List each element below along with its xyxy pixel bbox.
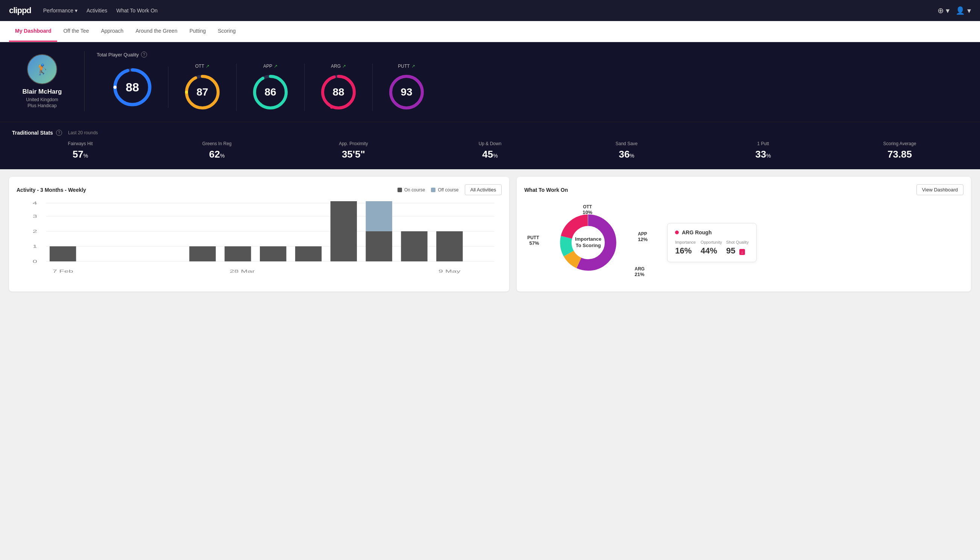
app-circle: 86 <box>251 73 289 111</box>
nav-what-to-work-on[interactable]: What To Work On <box>116 1 158 20</box>
total-circle: 88 <box>112 67 153 108</box>
score-circles: 88 OTT ↗ 87 <box>97 63 968 111</box>
stats-help-icon[interactable]: ? <box>56 130 62 136</box>
ott-circle: 87 <box>183 73 221 111</box>
arg-label: ARG 21% <box>634 266 645 277</box>
svg-rect-27 <box>260 246 286 262</box>
player-handicap: Plus Handicap <box>27 103 57 108</box>
nav-activities[interactable]: Activities <box>87 1 107 20</box>
quality-label: Total Player Quality ? <box>97 52 968 58</box>
add-button[interactable]: ⊕ ▾ <box>937 6 950 15</box>
nav-links: Performance ▾ Activities What To Work On <box>43 1 925 20</box>
ott-score-value: 87 <box>196 86 208 98</box>
svg-text:2: 2 <box>33 229 37 233</box>
donut-chart: ImportanceTo Scoring <box>556 211 620 275</box>
total-score: 88 <box>97 67 168 108</box>
tabs-bar: My Dashboard Off the Tee Approach Around… <box>0 21 980 42</box>
tab-my-dashboard[interactable]: My Dashboard <box>9 21 57 42</box>
svg-rect-33 <box>436 231 463 262</box>
info-card-title-text: ARG Rough <box>682 229 712 235</box>
off-course-dot <box>431 188 436 192</box>
player-info: 🏌️ Blair McHarg United Kingdom Plus Hand… <box>12 54 72 108</box>
tab-scoring[interactable]: Scoring <box>212 21 241 42</box>
svg-rect-29 <box>331 201 357 262</box>
nav-right: ⊕ ▾ 👤 ▾ <box>937 6 971 15</box>
svg-point-5 <box>185 91 188 93</box>
stat-1-putt: 1 Putt 33% <box>695 141 832 160</box>
activity-title: Activity - 3 Months - Weekly <box>17 187 86 193</box>
legend-on-course: On course <box>398 187 425 193</box>
stats-grid: Fairways Hit 57% Greens In Reg 62% App. … <box>12 141 968 160</box>
importance-col: Importance 16% <box>675 240 697 256</box>
app-score-value: 86 <box>265 86 276 98</box>
stat-fairways-hit: Fairways Hit 57% <box>12 141 148 160</box>
tab-around-the-green[interactable]: Around the Green <box>129 21 183 42</box>
svg-rect-28 <box>295 246 321 262</box>
svg-text:9 May: 9 May <box>438 269 461 273</box>
svg-point-11 <box>330 106 333 109</box>
arg-arrow: ↗ <box>342 63 346 69</box>
legend-off-course: Off course <box>431 187 458 193</box>
stat-up-and-down: Up & Down 45% <box>421 141 558 160</box>
total-score-value: 88 <box>126 80 139 94</box>
down-badge: ↓ <box>739 249 745 255</box>
svg-text:0: 0 <box>33 259 37 263</box>
top-nav: clippd Performance ▾ Activities What To … <box>0 0 980 21</box>
chart-area: 0 1 2 3 4 <box>17 201 502 277</box>
putt-label: PUTT 57% <box>527 235 539 246</box>
player-country: United Kingdom <box>26 97 58 102</box>
arg-score: ARG ↗ 88 <box>304 63 373 111</box>
arg-score-value: 88 <box>333 86 344 98</box>
svg-rect-25 <box>189 246 215 262</box>
help-icon[interactable]: ? <box>141 52 147 58</box>
tab-approach[interactable]: Approach <box>95 21 129 42</box>
svg-text:1: 1 <box>33 244 37 248</box>
app-label: APP 12% <box>638 231 647 242</box>
app-arrow: ↗ <box>274 63 278 69</box>
app-score: APP ↗ 86 <box>236 63 304 111</box>
quality-section: Total Player Quality ? 88 <box>97 52 968 111</box>
putt-circle: 93 <box>388 73 425 111</box>
activity-panel: Activity - 3 Months - Weekly On course O… <box>9 177 509 292</box>
nav-performance[interactable]: Performance ▾ <box>43 1 77 20</box>
tab-off-the-tee[interactable]: Off the Tee <box>57 21 95 42</box>
hero-section: 🏌️ Blair McHarg United Kingdom Plus Hand… <box>0 42 980 122</box>
ott-score: OTT ↗ 87 <box>168 63 236 111</box>
user-button[interactable]: 👤 ▾ <box>955 6 971 15</box>
bottom-row: Activity - 3 Months - Weekly On course O… <box>0 169 980 299</box>
info-grid: Importance 16% Opportunity 44% Shot Qual… <box>675 240 749 256</box>
on-course-dot <box>398 188 402 192</box>
svg-text:7 Feb: 7 Feb <box>53 269 73 273</box>
svg-rect-24 <box>50 246 76 262</box>
divider-vertical <box>84 51 85 111</box>
svg-text:3: 3 <box>33 214 37 218</box>
player-name: Blair McHarg <box>23 88 62 95</box>
svg-point-2 <box>113 86 116 89</box>
putt-score: PUTT ↗ 93 <box>373 63 440 111</box>
info-card: ARG Rough Importance 16% Opportunity 44%… <box>667 223 757 262</box>
what-to-work-on-title: What To Work On <box>524 187 568 193</box>
stat-scoring-average: Scoring Average 73.85 <box>832 141 968 160</box>
arg-circle: 88 <box>319 73 357 111</box>
logo: clippd <box>9 6 31 15</box>
svg-text:28 Mar: 28 Mar <box>230 269 255 273</box>
tab-putting[interactable]: Putting <box>183 21 212 42</box>
bar-chart-svg: 0 1 2 3 4 <box>17 201 502 277</box>
avatar: 🏌️ <box>27 54 57 84</box>
stats-title: Traditional Stats <box>12 130 53 136</box>
chart-legend: On course Off course <box>398 187 459 193</box>
stats-subtitle: Last 20 rounds <box>68 130 98 135</box>
stat-sand-save: Sand Save 36% <box>559 141 695 160</box>
what-to-work-on-panel: What To Work On View Dashboard OTT 10% A… <box>517 177 971 292</box>
svg-point-8 <box>261 77 265 80</box>
opportunity-col: Opportunity 44% <box>700 240 723 256</box>
stats-section: Traditional Stats ? Last 20 rounds Fairw… <box>0 122 980 169</box>
svg-rect-32 <box>401 231 427 262</box>
donut-section: OTT 10% APP 12% ARG 21% PUTT 57% <box>524 201 963 284</box>
svg-rect-31 <box>366 201 392 231</box>
view-dashboard-button[interactable]: View Dashboard <box>917 184 963 195</box>
shot-quality-col: Shot Quality 95 ↓ <box>726 240 749 256</box>
svg-text:4: 4 <box>33 201 37 206</box>
stat-greens-in-reg: Greens In Reg 62% <box>148 141 285 160</box>
all-activities-button[interactable]: All Activities <box>465 184 502 195</box>
